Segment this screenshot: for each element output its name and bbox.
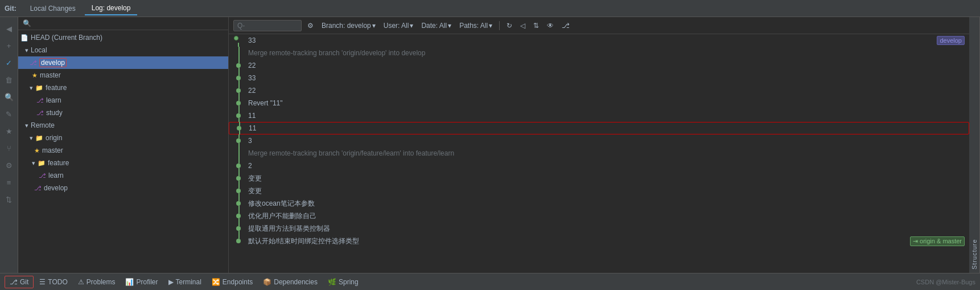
commit-msg-12: 变更 [248,174,965,183]
branch-icon: ⎇ [39,172,46,179]
log-entry-13[interactable]: 变更 [229,185,969,197]
log-entry-17[interactable]: 默认开始/结束时间绑定控件选择类型 ⇥ origin & master [229,235,969,247]
learn-remote-label: learn [48,171,64,179]
commit-graph [233,59,245,72]
develop-label: develop [39,58,67,67]
branch-tree: 📄 HEAD (Current Branch) ▾ Local ⎇ develo… [18,30,228,273]
branch-develop[interactable]: ⎇ develop [18,56,228,69]
log-entry-5[interactable]: 22 [229,84,969,97]
sort-icon[interactable]: ⇅ [2,193,16,206]
profiler-label: Profiler [136,278,158,286]
edit-icon[interactable]: ✎ [2,107,16,121]
remote-group[interactable]: ▾ Remote [18,119,228,132]
tab-endpoints[interactable]: 🔀 Endpoints [207,276,257,288]
head-item[interactable]: 📄 HEAD (Current Branch) [18,31,228,44]
branch-btn[interactable]: ⎇ [559,21,572,31]
log-entry-14[interactable]: 修改ocean笔记本参数 [229,197,969,210]
tab-spring[interactable]: 🌿 Spring [323,276,363,288]
settings-toolbar-btn[interactable]: ⚙ [305,21,316,31]
main-content: ◀ + ✓ 🗑 🔍 ✎ ★ ⑂ ⚙ ≡ ⇅ 🔍 📄 HEAD (Current … [0,17,980,273]
date-filter-label: Date: All [421,22,447,30]
spring-label: Spring [339,278,359,286]
commit-msg-3: 22 [248,62,965,70]
folder-icon: 📁 [35,134,43,142]
log-entry-2[interactable]: Merge remote-tracking branch 'origin/dev… [229,47,969,59]
back-icon[interactable]: ◀ [2,22,16,35]
merge-icon[interactable]: ⑂ [2,141,16,155]
master-local-label: master [40,71,61,79]
local-group[interactable]: ▾ Local [18,44,228,56]
star-icon[interactable]: ★ [2,124,16,138]
commit-graph [233,172,245,185]
study-local-label: study [46,109,63,117]
graph-btn[interactable]: ⇅ [531,21,541,31]
user-filter-btn[interactable]: User: All ▾ [381,21,416,31]
folder-origin[interactable]: ▾ 📁 origin [18,132,228,144]
log-entry-6[interactable]: Revert "11" [229,97,969,109]
commit-graph [233,47,245,59]
commit-graph [233,134,245,147]
commit-graph [233,97,245,109]
log-entry-8[interactable]: 11 [229,122,969,134]
eye-btn[interactable]: 👁 [545,21,556,31]
log-entry-4[interactable]: 33 [229,72,969,84]
commit-msg-4: 33 [248,74,965,82]
settings-icon[interactable]: ⚙ [2,158,16,172]
log-entry-7[interactable]: 11 [229,109,969,122]
branch-study-local[interactable]: ⎇ study [18,107,228,119]
dependencies-label: Dependencies [274,278,318,286]
chevron-down-icon: ▾ [30,84,33,92]
structure-tab[interactable]: Structure [969,17,980,273]
log-entry-3[interactable]: 22 [229,59,969,72]
branch-learn-local[interactable]: ⎇ learn [18,94,228,107]
branch-learn-remote[interactable]: ⎇ learn [18,169,228,182]
log-entry-10[interactable]: Merge remote-tracking branch 'origin/fea… [229,147,969,160]
back-btn[interactable]: ◁ [518,21,528,31]
paths-filter-label: Paths: All [459,22,488,30]
log-entry-15[interactable]: 优化用户不能删除自己 [229,210,969,222]
folder-feature-local[interactable]: ▾ 📁 feature [18,81,228,94]
tab-git[interactable]: ⎇ Git [5,276,34,288]
commit-graph [234,122,245,134]
tab-log-develop[interactable]: Log: develop [85,2,138,15]
date-filter-btn[interactable]: Date: All ▾ [419,21,454,31]
tab-dependencies[interactable]: 📦 Dependencies [258,276,322,288]
branch-filter-btn[interactable]: Branch: develop ▾ [319,21,378,31]
tab-terminal[interactable]: ▶ Terminal [164,276,206,288]
commit-graph [233,210,245,222]
commit-msg-16: 提取通用方法到基类控制器 [248,224,965,234]
spring-icon: 🌿 [328,278,336,286]
tab-local-changes[interactable]: Local Changes [23,2,83,15]
branch-icon: ⎇ [36,97,44,104]
commit-graph [233,160,245,172]
log-entry-11[interactable]: 2 [229,160,969,172]
branch-master-local[interactable]: ★ master [18,69,228,81]
branch-master-remote[interactable]: ★ master [18,144,228,157]
log-entry-1[interactable]: 33 develop [229,34,969,47]
chevron-down-icon: ▾ [30,134,33,142]
log-entry-16[interactable]: 提取通用方法到基类控制器 [229,222,969,235]
tab-profiler[interactable]: 📊 Profiler [121,276,162,288]
search-icon[interactable]: 🔍 [2,90,16,104]
branch-search-input[interactable] [34,19,224,27]
delete-icon[interactable]: 🗑 [2,73,16,87]
tab-todo[interactable]: ☰ TODO [35,276,72,288]
branch-develop-remote[interactable]: ⎇ develop [18,182,228,194]
head-label: HEAD (Current Branch) [31,34,102,42]
log-entry-12[interactable]: 变更 [229,172,969,185]
list-icon[interactable]: ≡ [2,175,16,189]
head-icon: 📄 [20,34,28,42]
paths-filter-btn[interactable]: Paths: All ▾ [457,21,495,31]
commit-msg-14: 修改ocean笔记本参数 [248,199,965,209]
master-remote-label: master [42,146,63,154]
log-entry-9[interactable]: 3 [229,134,969,147]
branch-filter-label: Branch: develop [322,22,371,30]
tab-problems[interactable]: ⚠ Problems [73,276,120,288]
check-icon[interactable]: ✓ [2,56,16,70]
add-icon[interactable]: + [2,39,16,52]
chevron-down-icon: ▾ [410,22,413,30]
refresh-btn[interactable]: ↻ [504,21,514,31]
folder-feature-remote[interactable]: ▾ 📁 feature [18,157,228,169]
commit-graph [233,109,245,122]
log-search-input[interactable] [247,22,298,30]
